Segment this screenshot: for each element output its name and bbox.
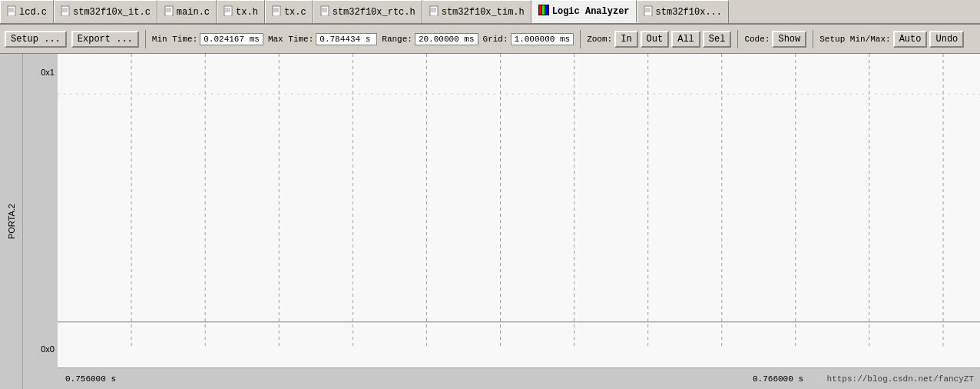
- undo-button[interactable]: Undo: [929, 31, 964, 48]
- time-label-right: 0.766000 s: [753, 374, 803, 384]
- min-time-label: Min Time:: [152, 35, 197, 44]
- separator-4: [813, 30, 813, 48]
- separator-1: [145, 30, 146, 48]
- range-value: 20.00000 ms: [415, 33, 478, 45]
- label-panel: PORTA.2: [0, 54, 23, 389]
- svg-rect-29: [539, 5, 541, 15]
- auto-button[interactable]: Auto: [893, 31, 928, 48]
- file-icon: [164, 5, 174, 19]
- min-time-value: 0.024167 ms: [200, 33, 263, 45]
- grid-value: 1.000000 ms: [511, 33, 574, 45]
- min-time-group: Min Time: 0.024167 ms: [152, 33, 263, 45]
- svg-rect-8: [165, 6, 173, 16]
- toolbar: Setup ... Export ... Min Time: 0.024167 …: [0, 25, 980, 54]
- logic-analyzer-icon: [538, 5, 549, 18]
- file-icon: [7, 5, 16, 19]
- zoom-all-button[interactable]: All: [671, 31, 700, 48]
- svg-rect-16: [273, 6, 280, 16]
- tab-label: lcd.c: [19, 7, 47, 18]
- y-low-label: 0x0: [41, 344, 55, 354]
- file-icon: [61, 5, 70, 19]
- grid-label: Grid:: [483, 35, 508, 44]
- zoom-sel-button[interactable]: Sel: [703, 31, 732, 48]
- export-button[interactable]: Export ...: [71, 31, 139, 48]
- svg-rect-24: [430, 6, 438, 16]
- yaxis-panel: 0x1 0x0: [23, 54, 58, 389]
- time-label-left: 0.756000 s: [65, 374, 116, 384]
- tab-tx-h[interactable]: tx.h: [217, 0, 265, 23]
- svg-rect-30: [542, 5, 545, 15]
- code-label: Code:: [744, 35, 770, 44]
- svg-rect-36: [58, 54, 980, 389]
- svg-rect-32: [644, 6, 652, 16]
- waveform-svg: [58, 54, 980, 389]
- tab-label: tx.c: [284, 7, 306, 18]
- zoom-label: Zoom:: [587, 35, 612, 44]
- tab-stm32f10x---[interactable]: stm32f10x...: [637, 0, 729, 23]
- tab-stm32f10x-tim-h[interactable]: stm32f10x_tim.h: [422, 0, 531, 23]
- grid-group: Grid: 1.000000 ms: [483, 33, 574, 45]
- tab-label: Logic Analyzer: [552, 6, 630, 17]
- main-area: PORTA.2 0x1 0x0: [0, 54, 980, 389]
- show-button[interactable]: Show: [772, 31, 806, 48]
- tab-label: stm32f10x_rtc.h: [333, 7, 416, 18]
- zoom-in-button[interactable]: In: [614, 31, 637, 48]
- channel-label: PORTA.2: [7, 204, 16, 239]
- tab-label: tx.h: [236, 7, 258, 18]
- svg-rect-0: [8, 6, 15, 16]
- max-time-label: Max Time:: [268, 35, 313, 44]
- tab-label: stm32f10x_tim.h: [442, 7, 525, 18]
- tab-label: stm32f10x...: [656, 7, 722, 18]
- waveform-panel[interactable]: 0.756000 s 0.766000 s https://blog.csdn.…: [58, 54, 980, 389]
- separator-2: [580, 30, 581, 48]
- zoom-out-button[interactable]: Out: [641, 31, 670, 48]
- tab-main-c[interactable]: main.c: [157, 0, 217, 23]
- svg-rect-12: [224, 6, 232, 16]
- range-label: Range:: [382, 35, 412, 44]
- file-icon: [320, 5, 329, 19]
- file-icon: [223, 5, 233, 19]
- separator-3: [737, 30, 738, 48]
- setup-button[interactable]: Setup ...: [5, 31, 67, 48]
- tab-logic-analyzer[interactable]: Logic Analyzer: [531, 0, 637, 23]
- time-bar: 0.756000 s 0.766000 s https://blog.csdn.…: [58, 367, 980, 389]
- max-time-value: 0.784434 s: [316, 33, 377, 45]
- tab-label: main.c: [177, 7, 210, 18]
- max-time-group: Max Time: 0.784434 s: [268, 33, 377, 45]
- tab-bar: lcd.cstm32f10x_it.cmain.ctx.htx.cstm32f1…: [0, 0, 980, 25]
- y-high-label: 0x1: [41, 68, 55, 77]
- code-group: Code: Show: [744, 31, 806, 48]
- tab-tx-c[interactable]: tx.c: [265, 0, 313, 23]
- file-icon: [272, 5, 281, 19]
- svg-rect-20: [321, 6, 329, 16]
- svg-rect-4: [61, 6, 69, 16]
- file-icon: [429, 5, 439, 19]
- setup-minmax-label: Setup Min/Max:: [819, 35, 890, 44]
- setup-minmax-group: Setup Min/Max: Auto Undo: [819, 31, 964, 48]
- svg-rect-31: [545, 5, 548, 15]
- tab-lcd-c[interactable]: lcd.c: [0, 0, 54, 23]
- file-icon: [644, 5, 653, 19]
- watermark: https://blog.csdn.net/fancyZT: [827, 374, 974, 384]
- range-group: Range: 20.00000 ms: [382, 33, 478, 45]
- tab-stm32f10x-it-c[interactable]: stm32f10x_it.c: [54, 0, 157, 23]
- tab-label: stm32f10x_it.c: [73, 7, 151, 18]
- zoom-group: Zoom: In Out All Sel: [587, 31, 731, 48]
- tab-stm32f10x-rtc-h[interactable]: stm32f10x_rtc.h: [313, 0, 422, 23]
